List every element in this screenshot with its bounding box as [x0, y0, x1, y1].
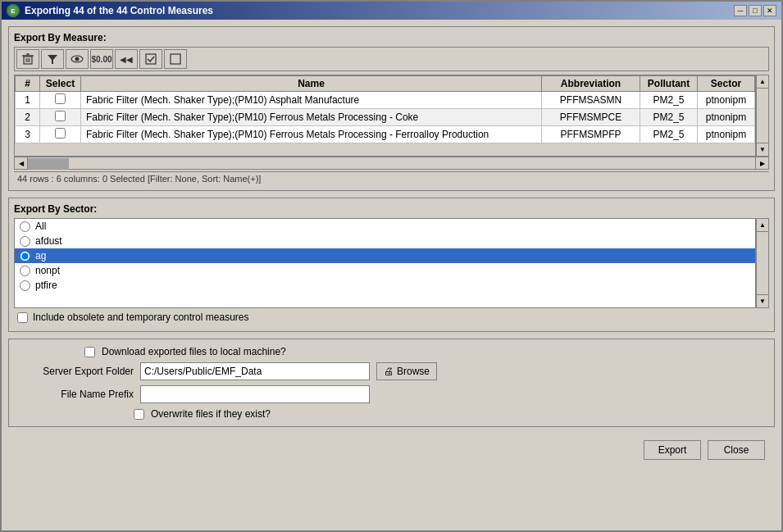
svg-marker-8 — [48, 55, 57, 64]
cell-num: 2 — [16, 109, 40, 126]
col-header-name: Name — [81, 76, 542, 92]
export-by-measure-label: Export By Measure: — [14, 32, 769, 43]
cell-pollutant: PM2_5 — [640, 126, 698, 143]
sector-item[interactable]: All — [15, 219, 755, 234]
sector-radio[interactable] — [20, 251, 30, 261]
cell-sector: ptnonipm — [698, 109, 755, 126]
download-checkbox[interactable] — [84, 347, 95, 357]
include-obsolete-row: Include obsolete and temporary control m… — [14, 308, 769, 326]
export-by-sector-section: Export By Sector: Allafdustagnonptptfire… — [8, 198, 775, 332]
sector-radio[interactable] — [20, 266, 30, 276]
cell-pollutant: PM2_5 — [640, 109, 698, 126]
overwrite-row: Overwrite files if they exist? — [19, 408, 764, 420]
sector-scroll-up[interactable]: ▲ — [757, 219, 768, 232]
horiz-scroll-bar[interactable]: ◀ ▶ — [14, 157, 769, 170]
restore-button[interactable]: □ — [749, 5, 762, 16]
cell-select[interactable] — [40, 126, 81, 143]
box-button[interactable] — [164, 49, 187, 69]
close-button-footer[interactable]: Close — [708, 440, 765, 460]
col-header-select: Select — [40, 76, 81, 92]
cell-select[interactable] — [40, 109, 81, 126]
minimize-button[interactable]: ─ — [734, 5, 747, 16]
scroll-right-btn[interactable]: ▶ — [755, 157, 768, 169]
overwrite-label: Overwrite files if they exist? — [151, 408, 271, 420]
dollar-button[interactable]: $0.00 — [90, 49, 113, 69]
download-row: Download exported files to local machine… — [19, 346, 764, 357]
footer: Export Close — [8, 434, 775, 466]
main-content: Export By Measure: — [2, 20, 781, 530]
sector-label: ag — [35, 250, 46, 261]
scroll-left-btn[interactable]: ◀ — [15, 157, 28, 169]
table-row[interactable]: 3Fabric Filter (Mech. Shaker Type);(PM10… — [16, 126, 755, 143]
cell-num: 1 — [16, 92, 40, 109]
browse-label: Browse — [397, 366, 430, 377]
check-button[interactable] — [139, 49, 162, 69]
sector-label: ptfire — [35, 280, 57, 291]
sector-scroll-track — [757, 232, 768, 294]
col-header-abbreviation: Abbreviation — [542, 76, 640, 92]
include-obsolete-label: Include obsolete and temporary control m… — [33, 311, 248, 323]
svg-rect-4 — [26, 53, 30, 55]
cell-select[interactable] — [40, 92, 81, 109]
table-row[interactable]: 2Fabric Filter (Mech. Shaker Type);(PM10… — [16, 109, 755, 126]
measure-toolbar: $0.00 ◀◀ — [14, 47, 769, 71]
col-header-sector: Sector — [698, 76, 755, 92]
export-button[interactable]: Export — [644, 440, 701, 460]
browse-icon: 🖨 — [384, 366, 394, 377]
measure-table-area: # Select Name Abbreviation Pollutant Sec… — [14, 75, 769, 157]
sector-label: All — [35, 221, 46, 232]
cell-name: Fabric Filter (Mech. Shaker Type);(PM10)… — [81, 92, 542, 109]
sector-radio[interactable] — [20, 236, 30, 247]
include-obsolete-checkbox[interactable] — [17, 312, 28, 323]
sector-label: nonpt — [35, 265, 60, 276]
cell-sector: ptnonipm — [698, 126, 755, 143]
server-export-input[interactable] — [140, 362, 370, 380]
sector-radio[interactable] — [20, 280, 30, 291]
cell-name: Fabric Filter (Mech. Shaker Type);(PM10)… — [81, 109, 542, 126]
sector-label: afdust — [35, 235, 62, 247]
cell-abbreviation: PFFMSASMN — [542, 92, 640, 109]
svg-text:E: E — [11, 7, 16, 15]
title-controls: ─ □ ✕ — [734, 5, 776, 16]
row-checkbox[interactable] — [55, 93, 66, 104]
server-export-row: Server Export Folder 🖨 Browse — [19, 362, 764, 380]
scroll-down-btn[interactable]: ▼ — [757, 143, 768, 156]
sector-radio[interactable] — [20, 221, 30, 232]
back-button[interactable]: ◀◀ — [115, 49, 138, 69]
sector-item[interactable]: ag — [15, 248, 755, 263]
close-button[interactable]: ✕ — [763, 5, 776, 16]
filter-button[interactable] — [41, 49, 64, 69]
export-by-sector-label: Export By Sector: — [14, 203, 769, 215]
scroll-up-btn[interactable]: ▲ — [757, 75, 768, 89]
measure-table-scroll[interactable]: # Select Name Abbreviation Pollutant Sec… — [14, 75, 756, 157]
sector-item[interactable]: nonpt — [15, 263, 755, 278]
sector-container: Allafdustagnonptptfire ▲ ▼ — [14, 218, 769, 308]
file-prefix-row: File Name Prefix — [19, 385, 764, 403]
table-row[interactable]: 1Fabric Filter (Mech. Shaker Type);(PM10… — [16, 92, 755, 109]
svg-rect-3 — [22, 55, 34, 57]
file-prefix-input[interactable] — [140, 385, 370, 403]
app-icon: E — [7, 4, 20, 17]
file-prefix-label: File Name Prefix — [19, 389, 134, 400]
export-by-measure-section: Export By Measure: — [8, 26, 775, 191]
cell-name: Fabric Filter (Mech. Shaker Type);(PM10)… — [81, 126, 542, 143]
sector-list[interactable]: Allafdustagnonptptfire — [14, 218, 756, 308]
download-label: Download exported files to local machine… — [102, 346, 286, 357]
cell-sector: ptnonipm — [698, 92, 755, 109]
sector-vscroll[interactable]: ▲ ▼ — [756, 218, 769, 308]
cell-abbreviation: PFFMSMPCE — [542, 109, 640, 126]
server-export-label: Server Export Folder — [19, 366, 134, 377]
measure-vscroll[interactable]: ▲ ▼ — [756, 75, 769, 157]
view-button[interactable] — [66, 49, 89, 69]
row-checkbox[interactable] — [55, 111, 66, 121]
delete-button[interactable] — [16, 49, 39, 69]
sector-item[interactable]: afdust — [15, 234, 755, 248]
title-bar-left: E Exporting 44 of the 44 Control Measure… — [7, 4, 213, 17]
col-header-num: # — [16, 76, 40, 92]
row-checkbox[interactable] — [55, 128, 66, 139]
sector-item[interactable]: ptfire — [15, 278, 755, 293]
sector-scroll-down[interactable]: ▼ — [757, 294, 768, 307]
overwrite-checkbox[interactable] — [134, 409, 144, 420]
title-bar: E Exporting 44 of the 44 Control Measure… — [2, 2, 781, 20]
browse-button[interactable]: 🖨 Browse — [376, 362, 437, 380]
